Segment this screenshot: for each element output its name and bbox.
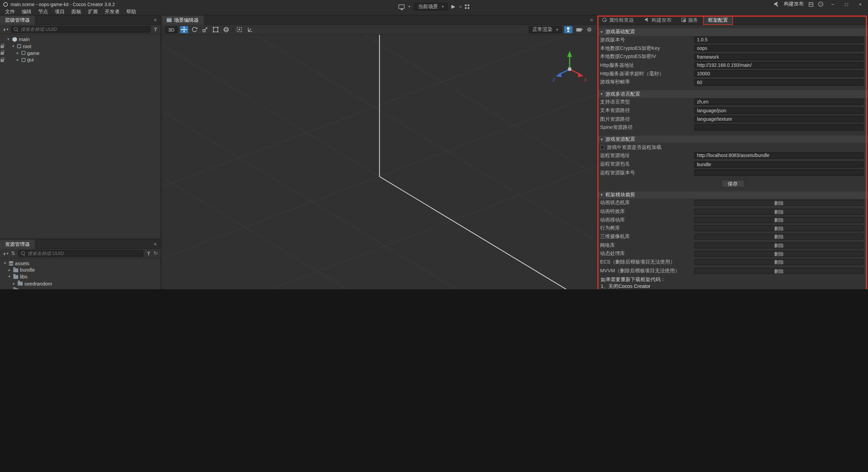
asset-bundle[interactable]: ▸ bundle [0, 267, 160, 274]
menu-item-project[interactable]: 项目 [52, 8, 68, 15]
scene-selector[interactable]: 当前场景 ▾ [414, 3, 447, 11]
step-button[interactable]: » [459, 4, 461, 9]
hierarchy-node-main[interactable]: ▾ main [0, 36, 160, 43]
delete-module-button[interactable]: 删除 [694, 200, 864, 206]
lock-icon[interactable] [1, 52, 4, 55]
section-language-config[interactable]: ▾ 游戏多语言配置 [597, 90, 868, 98]
filter-icon[interactable] [146, 252, 151, 255]
scene-viewport[interactable]: X Z Y [162, 35, 597, 289]
build-publish-button[interactable]: 构建发布 [784, 1, 804, 8]
menu-item-node[interactable]: 节点 [35, 8, 52, 15]
scene-camera-button[interactable] [575, 26, 583, 33]
expand-arrow-icon[interactable]: ▾ [6, 37, 11, 42]
crypto-iv-input[interactable] [694, 54, 864, 60]
remote-bundle-input[interactable] [694, 161, 864, 168]
hierarchy-node-gui[interactable]: ▸ gui [0, 57, 160, 63]
filter-icon[interactable] [153, 27, 158, 31]
expand-arrow-icon[interactable]: ▾ [3, 261, 7, 266]
maximize-button[interactable]: □ [842, 1, 851, 7]
section-basic-config[interactable]: ▾ 游戏基础配置 [597, 28, 868, 36]
menu-item-help[interactable]: 帮助 [123, 8, 139, 15]
delete-module-button[interactable]: 删除 [694, 259, 864, 265]
asset-libs[interactable]: ▾ libs [0, 274, 160, 280]
package-icon[interactable] [809, 2, 813, 6]
tab-hierarchy[interactable]: 层级管理器 [0, 15, 35, 25]
panel-menu-icon[interactable]: ≡ [150, 17, 160, 23]
asset-seedrandom[interactable]: ▸ seedrandom [0, 280, 160, 287]
save-button[interactable]: 保存 [721, 180, 745, 188]
scene-settings-button[interactable]: ⚙ [585, 26, 593, 33]
preview-target-icon[interactable] [398, 4, 405, 9]
panel-menu-icon[interactable]: ≡ [150, 241, 160, 247]
sort-assets-icon[interactable]: ⇅ [11, 251, 15, 256]
text-path-input[interactable] [694, 107, 864, 114]
delete-module-button[interactable]: 删除 [694, 251, 864, 257]
menu-item-edit[interactable]: 编辑 [18, 8, 35, 15]
collapse-arrow-icon[interactable]: ▸ [16, 51, 20, 55]
coordinate-toggle-button[interactable] [246, 26, 254, 33]
delete-module-button[interactable]: 删除 [694, 217, 864, 223]
tab-scene-editor[interactable]: 场景编辑器 [162, 15, 204, 25]
help-icon[interactable]: ? [818, 2, 823, 7]
collapse-arrow-icon[interactable]: ▸ [16, 58, 20, 62]
hierarchy-node-game[interactable]: ▸ game [0, 50, 160, 57]
rotate-tool-button[interactable] [190, 26, 198, 33]
asset-assets[interactable]: ▾ assets [0, 260, 160, 267]
collapse-arrow-icon[interactable]: ▸ [7, 288, 12, 289]
pivot-toggle-button[interactable] [235, 26, 243, 33]
spine-path-input[interactable] [694, 124, 864, 131]
section-resource-config[interactable]: ▾ 游戏资源配置 [597, 136, 868, 143]
delete-module-button[interactable]: 删除 [694, 209, 864, 215]
delete-module-button[interactable]: 删除 [694, 242, 864, 248]
tab-framework-config[interactable]: 框架配置 [703, 15, 733, 25]
menu-item-developer[interactable]: 开发者 [101, 8, 123, 15]
close-button[interactable]: × [856, 1, 865, 7]
crypto-key-input[interactable] [694, 45, 864, 52]
section-module-trim[interactable]: ▾ 框架模块裁剪 [597, 191, 868, 199]
fps-input[interactable] [694, 79, 864, 86]
menu-item-file[interactable]: 文件 [2, 8, 18, 15]
preview-grid-icon[interactable] [465, 4, 470, 9]
tab-property-inspector[interactable]: 属性检查器 [597, 15, 639, 25]
dimension-toggle-button[interactable]: 3D [165, 26, 178, 33]
remote-url-input[interactable] [694, 152, 864, 159]
light-toggle-button[interactable] [564, 26, 572, 33]
lock-icon[interactable] [1, 45, 4, 48]
build-hammer-icon[interactable] [773, 1, 779, 7]
minimize-button[interactable]: − [828, 1, 837, 7]
image-path-input[interactable] [694, 116, 864, 122]
axis-gizmo[interactable]: X Z Y [551, 49, 588, 83]
menu-item-extension[interactable]: 扩展 [85, 8, 101, 15]
game-version-input[interactable] [694, 37, 864, 43]
render-mode-select[interactable]: 正常渲染 ▾ [529, 26, 562, 33]
http-timeout-input[interactable] [694, 71, 864, 77]
collapse-arrow-icon[interactable]: ▸ [12, 281, 16, 286]
tab-assets[interactable]: 资源管理器 [0, 239, 35, 249]
tab-build-publish[interactable]: 构建发布 [639, 15, 676, 25]
panel-menu-icon[interactable]: ≡ [586, 17, 597, 23]
transform-gizmo-tool-button[interactable] [222, 26, 230, 33]
move-tool-button[interactable] [180, 26, 188, 33]
delete-module-button[interactable]: 删除 [694, 234, 864, 240]
collapse-arrow-icon[interactable]: ▸ [7, 268, 12, 272]
expand-arrow-icon[interactable]: ▾ [7, 275, 12, 279]
lock-icon[interactable] [1, 59, 4, 62]
hierarchy-search-input[interactable] [21, 26, 148, 32]
expand-arrow-icon[interactable]: ▾ [11, 44, 16, 48]
refresh-icon[interactable]: ↻ [154, 251, 158, 256]
remote-version-input[interactable] [694, 169, 864, 176]
create-asset-button[interactable]: +▾ [3, 250, 8, 256]
tab-services[interactable]: 服务 [676, 15, 703, 25]
chevron-down-icon[interactable]: ▾ [409, 4, 410, 9]
play-button[interactable]: ▶ [451, 4, 455, 9]
delete-module-button[interactable]: 删除 [694, 268, 864, 274]
create-node-button[interactable]: +▾ [3, 26, 8, 33]
delete-module-button[interactable]: 删除 [694, 225, 864, 231]
scale-tool-button[interactable] [201, 26, 209, 33]
menu-item-panel[interactable]: 面板 [68, 8, 85, 15]
assets-search-input[interactable] [27, 251, 141, 256]
hierarchy-node-root[interactable]: ▾ root [0, 43, 160, 50]
rect-tool-button[interactable] [211, 26, 219, 33]
languages-input[interactable] [694, 99, 864, 105]
http-server-input[interactable] [694, 62, 864, 69]
